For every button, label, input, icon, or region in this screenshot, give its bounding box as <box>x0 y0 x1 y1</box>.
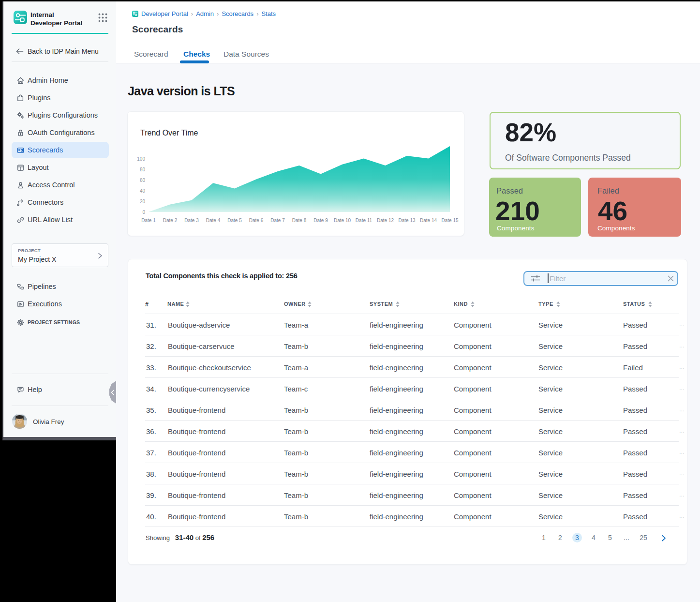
svg-text:Date 2: Date 2 <box>163 218 178 223</box>
svg-text:Date 3: Date 3 <box>184 218 199 223</box>
svg-text:Date 4: Date 4 <box>206 218 221 223</box>
svg-text:60: 60 <box>140 178 146 183</box>
svg-text:Date 1: Date 1 <box>141 218 156 223</box>
svg-text:Date 10: Date 10 <box>334 218 351 223</box>
svg-text:80: 80 <box>140 167 146 172</box>
svg-text:20: 20 <box>140 199 146 204</box>
svg-text:0: 0 <box>142 210 145 215</box>
svg-text:Date 7: Date 7 <box>270 218 285 223</box>
svg-text:Date 6: Date 6 <box>249 218 264 223</box>
svg-text:Date 9: Date 9 <box>313 218 328 223</box>
svg-text:Date 15: Date 15 <box>441 218 458 223</box>
svg-text:Date 11: Date 11 <box>356 218 372 223</box>
svg-text:Date 12: Date 12 <box>377 218 394 223</box>
svg-text:40: 40 <box>140 188 146 194</box>
svg-text:Date 13: Date 13 <box>398 218 415 223</box>
svg-text:Date 14: Date 14 <box>420 218 437 223</box>
svg-text:100: 100 <box>137 156 145 162</box>
svg-text:Date 5: Date 5 <box>227 218 242 223</box>
svg-text:Date 8: Date 8 <box>292 218 307 223</box>
